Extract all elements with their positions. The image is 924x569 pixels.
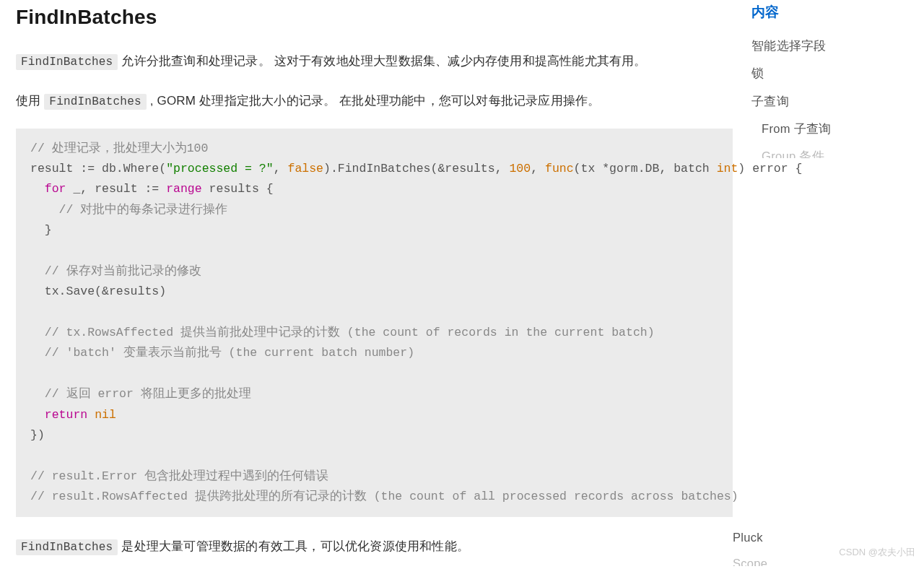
code-keyword: for: [45, 182, 66, 196]
code-keyword: return: [45, 408, 87, 422]
inline-code: FindInBatches: [44, 94, 146, 110]
code-const: false: [287, 162, 323, 175]
code-keyword: range: [166, 182, 202, 196]
sidebar-item[interactable]: 子查询: [751, 87, 902, 115]
code-comment: // result.Error 包含批处理过程中遇到的任何错误: [30, 469, 328, 483]
code-comment: // 对批中的每条记录进行操作: [30, 203, 227, 217]
paragraph-2: 使用 FindInBatches , GORM 处理指定批大小的记录。 在批处理…: [16, 89, 733, 114]
sidebar-float: Pluck Scope: [733, 524, 902, 566]
inline-code: FindInBatches: [16, 54, 118, 70]
code-const: nil: [95, 408, 116, 422]
page: FindInBatches FindInBatches 允许分批查询和处理记录。…: [0, 0, 924, 569]
paragraph-1: FindInBatches 允许分批查询和处理记录。 这对于有效地处理大型数据集…: [16, 49, 733, 74]
code-comment: // tx.RowsAffected 提供当前批处理中记录的计数 (the co…: [30, 326, 655, 339]
code-comment: // 'batch' 变量表示当前批号 (the current batch n…: [30, 346, 414, 360]
code-string: "processed = ?": [166, 162, 274, 175]
code-comment: // 处理记录，批处理大小为100: [30, 142, 208, 155]
sidebar-nav: 智能选择字段 锁 子查询 From 子查询 Group 条件: [751, 32, 902, 158]
code-comment: // result.RowsAffected 提供跨批处理的所有记录的计数 (t…: [30, 490, 738, 503]
code-number: 100: [509, 162, 531, 175]
sidebar-item[interactable]: 锁: [751, 59, 902, 87]
sidebar-item[interactable]: 智能选择字段: [751, 32, 902, 59]
inline-code: FindInBatches: [16, 539, 118, 555]
code-block[interactable]: // 处理记录，批处理大小为100 result := db.Where("pr…: [16, 129, 733, 518]
code-keyword: func: [545, 162, 574, 175]
code-comment: // 保存对当前批记录的修改: [30, 264, 201, 278]
watermark: CSDN @农夫小田: [839, 546, 915, 559]
sidebar: 内容 智能选择字段 锁 子查询 From 子查询 Group 条件 Pluck …: [733, 0, 924, 569]
sidebar-heading[interactable]: 内容: [751, 3, 902, 22]
main-content: FindInBatches FindInBatches 允许分批查询和处理记录。…: [0, 0, 733, 569]
sidebar-item[interactable]: From 子查询: [751, 115, 902, 142]
sidebar-item-truncated[interactable]: Group 条件: [751, 142, 902, 158]
section-heading: FindInBatches: [16, 6, 733, 29]
code-comment: // 返回 error 将阻止更多的批处理: [30, 387, 251, 401]
paragraph-3: FindInBatches 是处理大量可管理数据的有效工具，可以优化资源使用和性…: [16, 534, 733, 560]
